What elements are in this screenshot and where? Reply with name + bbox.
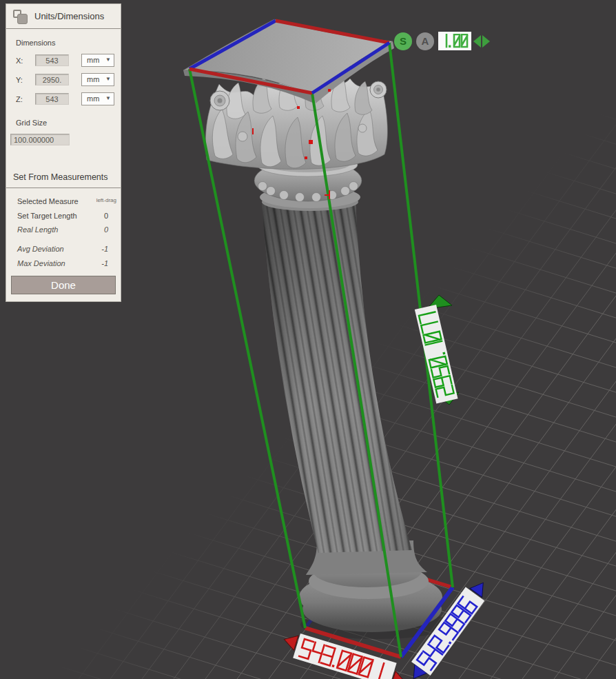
grid-size-label: Grid Size	[16, 119, 47, 127]
avg-deviation-label: Avg Deviation	[17, 245, 64, 253]
x-dimension-input[interactable]	[35, 54, 69, 66]
grid-size-input[interactable]	[10, 134, 70, 145]
unit-select-z[interactable]: mm ▼	[81, 92, 114, 105]
panel-title: Units/Dimensions	[34, 11, 104, 21]
x-axis-label: X:	[16, 57, 23, 65]
z-dimension-input[interactable]	[35, 93, 69, 105]
unit-select-x[interactable]: mm ▼	[81, 54, 114, 67]
chevron-down-icon: ▼	[105, 76, 111, 82]
z-axis-label: Z:	[16, 95, 23, 103]
set-from-measurements-title: Set From Measurements	[13, 172, 108, 182]
real-length-value: 0	[104, 225, 108, 234]
set-target-length-label: Set Target Length	[17, 212, 77, 220]
scale-decrease-arrow-icon[interactable]	[473, 35, 481, 48]
set-target-length-value[interactable]: 0	[104, 212, 108, 220]
unit-select-y[interactable]: mm ▼	[81, 73, 114, 86]
y-dimension-input[interactable]	[35, 74, 69, 85]
max-deviation-value: -1	[101, 259, 108, 267]
selected-measure-label: Selected Measure	[17, 197, 79, 205]
done-button[interactable]: Done	[11, 276, 116, 294]
units-dimensions-icon	[13, 9, 28, 24]
scale-increase-arrow-icon[interactable]	[482, 35, 490, 48]
meshmixer-window: Units/Dimensions Dimensions X: mm ▼ Y: m…	[0, 0, 616, 679]
chevron-down-icon: ▼	[105, 95, 111, 101]
chevron-down-icon: ▼	[105, 57, 111, 63]
measure-width-arrow-left	[282, 632, 298, 650]
real-length-label: Real Length	[17, 225, 58, 234]
units-dimensions-panel: Units/Dimensions Dimensions X: mm ▼ Y: m…	[6, 3, 121, 302]
panel-header: Units/Dimensions	[6, 4, 121, 29]
auto-toggle[interactable]: A	[416, 32, 434, 50]
avg-deviation-value: -1	[101, 245, 108, 253]
scale-value-display[interactable]	[438, 32, 471, 50]
y-axis-label: Y:	[16, 76, 23, 84]
measure-label-height[interactable]	[415, 305, 458, 404]
dimensions-section-label: Dimensions	[16, 39, 55, 47]
smooth-shading-toggle[interactable]: S	[394, 32, 412, 50]
max-deviation-label: Max Deviation	[17, 259, 65, 267]
selected-measure-value: left-drag	[96, 197, 116, 203]
